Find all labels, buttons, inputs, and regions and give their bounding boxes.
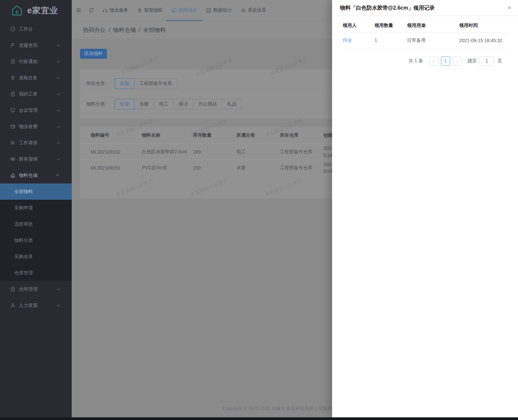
close-icon[interactable]: × [507, 3, 511, 12]
app-root: e e家宜业 工作台 党建党讯 行政通知 巡检任务 [0, 0, 518, 420]
user-link[interactable]: 伟业 [343, 37, 375, 43]
pagination: 共 1 条 ‹ 1 › 跳至 页 [343, 56, 507, 66]
column-header: 领用数量 [375, 23, 407, 29]
drawer-table-row: 伟业 1 日常备用 2021-09-15 18:45:32 [343, 33, 507, 50]
usage-purpose: 日常备用 [407, 37, 459, 43]
bottom-bar [0, 417, 518, 420]
column-header: 领用人 [343, 23, 375, 29]
page-number-button[interactable]: 1 [441, 56, 450, 66]
page-word-label: 页 [497, 58, 502, 64]
drawer-body: 领用人 领用数量 领用用途 领用时间 伟业 1 日常备用 2021-09-15 … [332, 16, 518, 66]
usage-time: 2021-09-15 18:45:32 [459, 37, 502, 44]
prev-page-button[interactable]: ‹ [429, 56, 438, 66]
pagination-total: 共 1 条 [408, 58, 423, 64]
drawer-table-header: 领用人 领用数量 领用用途 领用时间 [343, 23, 507, 33]
jump-to-label: 跳至 [468, 58, 477, 64]
column-header: 领用用途 [407, 23, 459, 29]
drawer-mask[interactable] [0, 0, 332, 417]
page-jump-input[interactable] [479, 56, 494, 66]
drawer-header: 物料「白色防水胶带@2.6cm」领用记录 × [332, 0, 518, 16]
next-page-button[interactable]: › [453, 56, 462, 66]
usage-record-drawer: 物料「白色防水胶带@2.6cm」领用记录 × 领用人 领用数量 领用用途 领用时… [332, 0, 518, 417]
column-header: 领用时间 [459, 23, 507, 29]
drawer-title: 物料「白色防水胶带@2.6cm」领用记录 [340, 5, 435, 11]
usage-quantity: 1 [375, 37, 407, 43]
